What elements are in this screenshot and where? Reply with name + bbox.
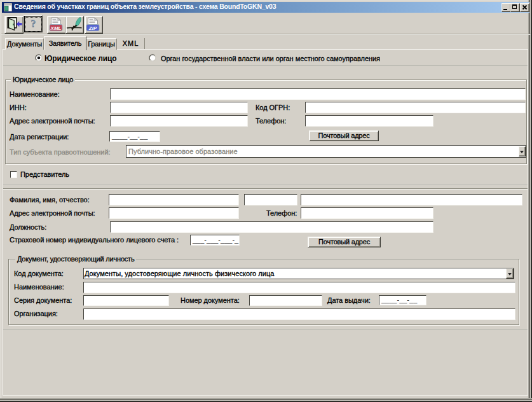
svg-text:ZIP: ZIP bbox=[88, 25, 97, 31]
svg-text:XML: XML bbox=[50, 25, 62, 31]
